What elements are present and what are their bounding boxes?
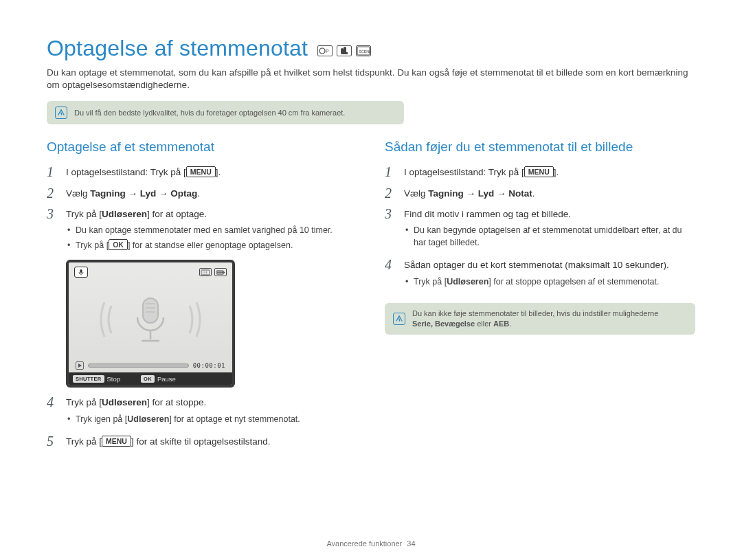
step-text: .: [197, 188, 200, 199]
bullet-list: Tryk igen på [Udløseren] for at optage e…: [66, 413, 357, 425]
ok-hint: OK Pause: [141, 375, 176, 383]
bullet-item: Du kan begynde optagelsen af et stemmeno…: [404, 224, 695, 249]
right-step-2: 2 Vælg Tagning → Lyd → Notat.: [385, 186, 695, 201]
step-body: I optagelsestilstand: Tryk på [MENU].: [404, 164, 695, 179]
step-number: 2: [385, 186, 397, 201]
step-text: Tryk på [Udløseren] for at optage.: [66, 209, 207, 219]
page-footer: Avancerede funktioner 34: [0, 539, 742, 548]
shutter-action: Stop: [107, 375, 121, 383]
shutter-label: SHUTTER: [73, 375, 104, 383]
svg-text:P: P: [326, 49, 329, 54]
content-columns: Optagelse af et stemmenotat 1 I optagels…: [47, 139, 695, 454]
step-body: Vælg Tagning → Lyd → Optag.: [66, 186, 357, 201]
storage-badge-icon: [199, 268, 212, 276]
right-heading: Sådan føjer du et stemmenotat til et bil…: [385, 139, 695, 155]
step-bold: Tagning → Lyd → Optag: [90, 188, 197, 199]
step-body: Sådan optager du et kort stemmenotat (ma…: [404, 257, 695, 290]
step-text: Vælg: [66, 188, 90, 199]
step-body: Tryk på [MENU] for at skifte til optagel…: [66, 434, 357, 449]
step-body: Vælg Tagning → Lyd → Notat.: [404, 186, 695, 201]
intro-text: Du kan optage et stemmenotat, som du kan…: [47, 67, 695, 91]
svg-rect-4: [80, 269, 82, 273]
timer-text: 00:00:01: [193, 362, 225, 369]
title-row: Optagelse af stemmenotat P SCENE: [47, 36, 695, 61]
menu-key: MENU: [102, 436, 131, 447]
top-note-box: Du vil få den bedste lydkvalitet, hvis d…: [47, 101, 404, 124]
step-body: Find dit motiv i rammen og tag et billed…: [404, 206, 695, 252]
mic-graphic: [69, 283, 232, 356]
footer-section: Avancerede funktioner: [326, 539, 402, 548]
step-text: .: [532, 188, 535, 199]
bullet-text: ] for at standse eller genoptage optagel…: [128, 240, 293, 250]
step-number: 3: [385, 206, 397, 252]
note-icon: [55, 107, 67, 119]
menu-key: MENU: [524, 166, 554, 177]
top-note-text: Du vil få den bedste lydkvalitet, hvis d…: [74, 108, 345, 118]
page-title: Optagelse af stemmenotat: [47, 36, 308, 61]
svg-point-0: [319, 48, 325, 54]
camera-screen-preview: 00:00:01 SHUTTER Stop OK Pause: [66, 260, 235, 388]
left-step-2: 2 Vælg Tagning → Lyd → Optag.: [47, 186, 357, 201]
svg-rect-12: [217, 271, 218, 273]
manual-page: Optagelse af stemmenotat P SCENE Du kan …: [0, 0, 742, 560]
bullet-item: Du kan optage stemmenotater med en samle…: [66, 224, 357, 236]
step-text: ].: [554, 167, 559, 177]
mode-p-icon: P: [317, 45, 333, 56]
bullet-text: Tryk på [: [76, 240, 109, 250]
right-step-4: 4 Sådan optager du et kort stemmenotat (…: [385, 257, 695, 290]
mode-hand-icon: [337, 45, 352, 56]
microphone-icon: [74, 267, 88, 278]
right-step-1: 1 I optagelsestilstand: Tryk på [MENU].: [385, 164, 695, 179]
footer-page-number: 34: [407, 539, 415, 548]
progress-bar: [88, 363, 189, 368]
svg-rect-14: [221, 271, 223, 273]
step-text: Tryk på [Udløseren] for at stoppe.: [66, 397, 206, 407]
step-bold: Tagning → Lyd → Notat: [428, 188, 532, 199]
screen-top-bar: [74, 267, 227, 278]
step-number: 4: [385, 257, 397, 290]
step-number: 5: [47, 434, 59, 449]
menu-key: MENU: [186, 166, 216, 177]
shutter-word: Udløseren: [102, 397, 147, 407]
bullet-item: Tryk på [OK] for at standse eller genopt…: [66, 239, 357, 251]
left-column: Optagelse af et stemmenotat 1 I optagels…: [47, 139, 357, 454]
step-text: Find dit motiv i rammen og tag et billed…: [404, 209, 571, 219]
step-text: ] for at skifte til optagelsestilstand.: [131, 436, 271, 447]
step-text: I optagelsestilstand: Tryk på [: [404, 167, 524, 177]
step-text: Tryk på [: [66, 436, 102, 447]
bullet-list: Du kan optage stemmenotater med en samle…: [66, 224, 357, 251]
step-number: 1: [47, 164, 59, 179]
shutter-word: Udløseren: [102, 209, 147, 219]
step-text: ].: [216, 167, 221, 177]
svg-rect-6: [201, 270, 210, 275]
svg-rect-11: [224, 272, 225, 273]
svg-text:SCENE: SCENE: [359, 49, 370, 54]
left-heading: Optagelse af et stemmenotat: [47, 139, 357, 155]
ok-label: OK: [141, 375, 155, 383]
note-icon: [393, 313, 405, 325]
step-text: Vælg: [404, 188, 428, 199]
step-body: I optagelsestilstand: Tryk på [MENU].: [66, 164, 357, 179]
shutter-hint: SHUTTER Stop: [73, 375, 120, 383]
right-note-box: Du kan ikke føje stemmenotater til bille…: [385, 303, 695, 335]
screen-status-icons: [199, 268, 227, 276]
right-note-text: Du kan ikke føje stemmenotater til bille…: [412, 309, 658, 329]
left-step-4: 4 Tryk på [Udløseren] for at stoppe. Try…: [47, 394, 357, 427]
step-body: Tryk på [Udløseren] for at stoppe. Tryk …: [66, 394, 357, 427]
step-number: 3: [47, 206, 59, 255]
right-step-3: 3 Find dit motiv i rammen og tag et bill…: [385, 206, 695, 252]
mode-icons: P SCENE: [317, 45, 371, 56]
step-body: Tryk på [Udløseren] for at optage. Du ka…: [66, 206, 357, 255]
bullet-list: Tryk på [Udløseren] for at stoppe optage…: [404, 276, 695, 288]
left-step-1: 1 I optagelsestilstand: Tryk på [MENU].: [47, 164, 357, 179]
screen-bottom-bar: SHUTTER Stop OK Pause: [69, 372, 232, 385]
bullet-item: Tryk på [Udløseren] for at stoppe optage…: [404, 276, 695, 288]
right-column: Sådan føjer du et stemmenotat til et bil…: [385, 139, 695, 454]
ok-key: OK: [109, 239, 128, 250]
step-text: Sådan optager du et kort stemmenotat (ma…: [404, 260, 669, 270]
left-step-5: 5 Tryk på [MENU] for at skifte til optag…: [47, 434, 357, 449]
step-number: 4: [47, 394, 59, 427]
svg-rect-15: [143, 298, 158, 323]
left-step-3: 3 Tryk på [Udløseren] for at optage. Du …: [47, 206, 357, 255]
mode-scene-icon: SCENE: [356, 45, 371, 56]
